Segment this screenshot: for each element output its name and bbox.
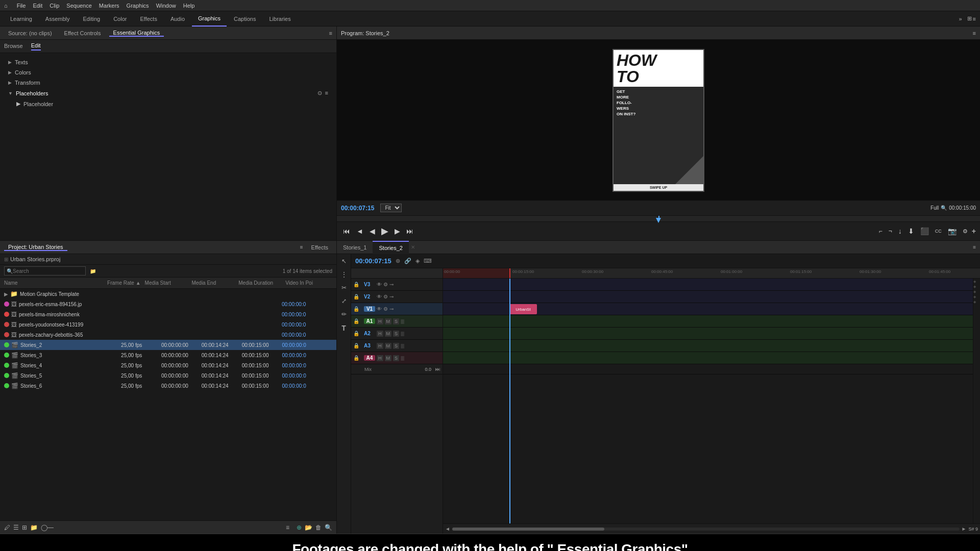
file-row-3[interactable]: 🖼 pexels-zachary-debottis-365 00:00:00:0 <box>0 330 336 340</box>
tl-label-a4-m[interactable]: M <box>385 355 392 361</box>
tl-label-a1-m[interactable]: M <box>385 318 392 324</box>
eg-section-placeholders[interactable]: ▼ Placeholders ⊙ ≡ <box>0 88 336 98</box>
menu-edit[interactable]: Edit <box>33 3 42 9</box>
ws-tab-graphics[interactable]: Graphics <box>192 11 227 27</box>
toolbar-more-right[interactable]: ⊕ <box>297 524 302 531</box>
transport-captions[interactable]: CC <box>933 228 944 235</box>
menu-file[interactable]: File <box>17 3 26 9</box>
tl-label-a1-h[interactable]: H <box>377 318 383 324</box>
tl-tool-magnet[interactable]: ⊛ <box>396 258 400 264</box>
tl-label-a1-lock[interactable]: 🔒 <box>353 318 362 324</box>
workspace-menu-icon[interactable]: ≡ <box>973 16 976 22</box>
tl-tool-markers[interactable]: ◈ <box>415 258 420 264</box>
ws-tab-assembly[interactable]: Assembly <box>39 11 76 27</box>
tl-label-a4-h[interactable]: H <box>377 355 383 361</box>
transport-next-frame[interactable]: ▶ <box>393 226 402 236</box>
tl-label-v3-lock[interactable]: 🔒 <box>353 282 362 287</box>
vtool-text[interactable]: T <box>340 322 348 334</box>
tl-label-a3-m[interactable]: M <box>385 343 392 349</box>
transport-step-back[interactable]: ◄ <box>354 226 365 236</box>
col-fr-header[interactable]: Frame Rate ▲ <box>107 280 144 286</box>
file-row-stories6[interactable]: 🎬 Stories_6 25,00 fps 00:00:00:00 00:00:… <box>0 381 336 391</box>
transport-camera[interactable]: 📷 <box>946 226 959 236</box>
tl-tab-stories2[interactable]: Stories_2 <box>373 241 408 254</box>
tl-ruler[interactable]: 00:00:00 00:00:15:00 00:00:30:00 00:00:4… <box>443 268 980 279</box>
file-row-stories2[interactable]: 🎬 Stories_2 25,00 fps 00:00:00:00 00:00:… <box>0 340 336 350</box>
tl-label-v3-eye[interactable]: 👁 <box>377 282 382 287</box>
vtool-pen[interactable]: ✏ <box>340 309 348 319</box>
toolbar-grid-icon[interactable]: ⊞ <box>22 524 27 531</box>
tl-label-a1-s[interactable]: S <box>393 318 399 324</box>
file-row-2[interactable]: 🖼 pexels-youdonotsee-413199 00:00:00:0 <box>0 319 336 330</box>
vtool-razor[interactable]: ✂ <box>340 283 348 293</box>
search-box[interactable]: 🔍 <box>4 266 86 276</box>
panel-menu-icon[interactable]: ≡ <box>329 30 332 36</box>
toolbar-settings-icon[interactable]: ≡ <box>286 524 289 531</box>
folder-row-motion[interactable]: ▶ 📁 Motion Graphics Template <box>0 289 336 299</box>
tl-label-v1-eye[interactable]: 👁 <box>377 306 382 312</box>
new-item-icon[interactable]: ⊕ <box>297 524 302 531</box>
transport-add[interactable]: + <box>972 227 976 235</box>
tl-label-v2-mute[interactable]: ⊸ <box>389 294 394 299</box>
tl-label-v2-lock[interactable]: 🔒 <box>353 294 362 299</box>
vtool-zoom-in[interactable]: ⤢ <box>340 296 348 306</box>
tl-scrollbar-thumb[interactable] <box>452 528 604 531</box>
toolbar-search2-icon[interactable]: 🔍 <box>325 524 332 531</box>
transport-mark-in[interactable]: ⌐ <box>877 227 885 236</box>
pm-menu-icon[interactable]: ≡ <box>973 30 976 36</box>
transport-overwrite[interactable]: ⬇ <box>906 226 916 236</box>
ws-tab-editing[interactable]: Editing <box>77 11 107 27</box>
essential-graphics-tab[interactable]: Essential Graphics <box>109 30 164 37</box>
tl-label-v1-mute[interactable]: ⊸ <box>389 306 394 312</box>
vtool-snap[interactable]: ⋮ <box>339 269 349 280</box>
effect-controls-tab[interactable]: Effect Controls <box>60 30 105 36</box>
tl-tool-link[interactable]: 🔗 <box>404 258 411 264</box>
file-row-stories4[interactable]: 🎬 Stories_4 25,00 fps 00:00:00:00 00:00:… <box>0 360 336 370</box>
tl-bottom-scroll[interactable]: ◄ ► S# 9 <box>443 523 980 534</box>
eg-browse-tab[interactable]: Browse <box>4 43 23 50</box>
tl-label-v3-mute[interactable]: ⊸ <box>389 282 394 287</box>
transport-rewind[interactable]: ⏮ <box>341 226 352 236</box>
transport-settings[interactable]: ⚙ <box>961 227 970 236</box>
home-icon[interactable]: ⌂ <box>4 3 8 9</box>
tl-label-a4-s[interactable]: S <box>393 355 399 361</box>
ws-tab-audio[interactable]: Audio <box>164 11 191 27</box>
transport-play[interactable]: ▶ <box>379 224 390 238</box>
tl-label-a2-h[interactable]: H <box>377 331 383 337</box>
file-row-stories5[interactable]: 🎬 Stories_5 25,00 fps 00:00:00:00 00:00:… <box>0 370 336 381</box>
mix-end-btn[interactable]: ⏭ <box>435 366 440 372</box>
menu-markers[interactable]: Markers <box>99 3 119 9</box>
tl-label-a3-s[interactable]: S <box>393 343 399 349</box>
eg-section-transform[interactable]: ▶ Transform <box>0 78 336 88</box>
transport-insert[interactable]: ↓ <box>896 226 904 236</box>
pm-progress[interactable] <box>337 216 980 222</box>
menu-sequence[interactable]: Sequence <box>66 3 92 9</box>
transport-export[interactable]: ⬛ <box>918 226 931 236</box>
placeholder-camera-icon[interactable]: ⊙ <box>317 90 322 96</box>
tl-label-v1-lock[interactable]: 🔒 <box>353 306 362 312</box>
tl-label-a3-lock[interactable]: 🔒 <box>353 343 362 348</box>
pm-zoom-icon[interactable]: 🔍 <box>941 205 947 211</box>
new-bin-icon[interactable]: 📁 <box>90 268 96 274</box>
tl-label-v1-settings[interactable]: ⚙ <box>383 306 388 312</box>
toolbar-folder-icon[interactable]: 📁 <box>30 524 38 531</box>
ws-tab-libraries[interactable]: Libraries <box>263 11 297 27</box>
toolbar-brush-icon[interactable]: 🖊 <box>4 524 10 531</box>
tl-clip-urbanst[interactable]: UrbanSt <box>509 304 537 314</box>
toolbar-range-icon[interactable]: ◯— <box>41 524 54 531</box>
eg-section-texts[interactable]: ▶ Texts <box>0 57 336 67</box>
placeholder-menu-icon[interactable]: ≡ <box>325 90 328 96</box>
tl-label-a2-s[interactable]: S <box>393 331 399 337</box>
menu-help[interactable]: Help <box>183 3 195 9</box>
tl-label-a4-lock[interactable]: 🔒 <box>353 355 362 361</box>
tl-label-a2-lock[interactable]: 🔒 <box>353 331 362 336</box>
source-tab[interactable]: Source: (no clips) <box>4 30 56 36</box>
ws-tab-learning[interactable]: Learning <box>4 11 38 27</box>
tl-label-v2-eye[interactable]: 👁 <box>377 294 382 299</box>
vtool-select[interactable]: ↖ <box>340 256 348 266</box>
file-row-1[interactable]: 🖼 pexels-tima-miroshnichenk 00:00:00:0 <box>0 309 336 319</box>
tl-timecode-display[interactable]: 00:00:07:15 <box>355 257 391 265</box>
tl-label-a2-m[interactable]: M <box>385 331 392 337</box>
tl-scrollbar-track[interactable] <box>452 528 960 531</box>
tl-label-v2-settings[interactable]: ⚙ <box>383 294 388 299</box>
